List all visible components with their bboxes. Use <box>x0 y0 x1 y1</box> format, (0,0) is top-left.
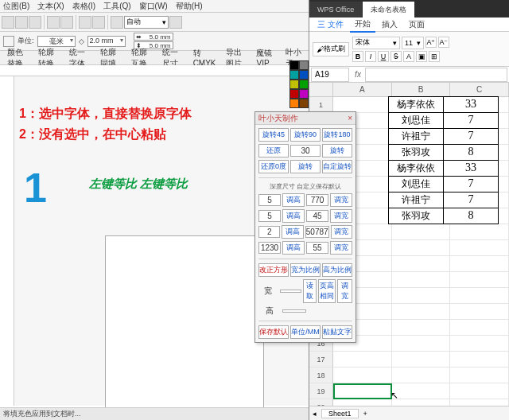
underline-icon[interactable]: U <box>378 51 389 62</box>
w-ratio-button[interactable]: 宽为比例 <box>290 263 321 277</box>
add-sheet-icon[interactable]: + <box>363 410 367 418</box>
swatch-orange[interactable] <box>289 99 299 108</box>
swatch-blue[interactable] <box>299 70 309 80</box>
app-tab-doc[interactable]: 未命名表格 <box>363 2 414 18</box>
change-dir-button[interactable]: 改正方形 <box>258 263 289 277</box>
rotate-button[interactable]: 旋转 <box>322 144 352 158</box>
val-3a[interactable]: 2 <box>258 226 280 238</box>
data-name-cell[interactable]: 张羽攻 <box>388 208 444 224</box>
unit-mm-button[interactable]: 单位/MM <box>290 325 321 339</box>
sheet-nav-prev-icon[interactable]: ◂ <box>313 410 317 418</box>
cell[interactable] <box>333 352 392 368</box>
tool-dialog[interactable]: 叶小天制作 × 旋转45 旋转90 旋转180 还原 30 旋转 还原0度 旋转… <box>254 111 356 343</box>
cell[interactable] <box>392 336 451 352</box>
paste-icon[interactable] <box>60 16 73 29</box>
cell[interactable] <box>392 272 451 288</box>
format-painter-button[interactable]: 🖌格式刷 <box>313 42 349 56</box>
cell[interactable] <box>450 383 509 399</box>
adjw-button-5[interactable]: 调宽 <box>337 279 352 303</box>
adj-h-button-3[interactable]: 调高 <box>282 225 303 239</box>
data-name-cell[interactable]: 杨李依依 <box>388 96 444 113</box>
cell[interactable] <box>450 320 509 336</box>
restore-button[interactable]: 还原 <box>258 144 289 158</box>
cell[interactable] <box>450 368 509 383</box>
cell[interactable] <box>450 240 509 256</box>
val-1b[interactable]: 770 <box>306 194 328 206</box>
adj-w-button-3[interactable]: 调宽 <box>331 225 352 239</box>
sheet-tab-1[interactable]: Sheet1 <box>321 409 359 418</box>
swatch-yellow[interactable] <box>289 80 299 89</box>
restore-0-button[interactable]: 还原0度 <box>258 160 289 173</box>
italic-icon[interactable]: I <box>365 51 376 62</box>
data-value-cell[interactable]: 8 <box>443 208 499 224</box>
col-header-b[interactable]: B <box>392 83 451 96</box>
cell[interactable] <box>450 272 509 288</box>
font-color-icon[interactable]: A <box>403 51 414 62</box>
row-header[interactable]: 18 <box>309 368 333 383</box>
menu-window[interactable]: 窗口(W) <box>139 1 168 12</box>
ribbon-insert[interactable]: 插入 <box>377 18 402 32</box>
cell[interactable] <box>392 288 451 304</box>
val-2a[interactable]: 5 <box>258 210 281 222</box>
row-header[interactable]: 17 <box>309 352 333 368</box>
val-3b[interactable]: 50787 <box>305 226 329 238</box>
dialog-titlebar[interactable]: 叶小天制作 × <box>255 112 356 125</box>
swatch-brown[interactable] <box>299 99 309 108</box>
cell[interactable] <box>450 288 509 304</box>
data-value-cell[interactable]: 7 <box>443 112 499 129</box>
h-input[interactable] <box>282 309 306 313</box>
val-1a[interactable]: 5 <box>258 194 281 206</box>
redo-icon[interactable] <box>92 16 105 29</box>
name-box[interactable]: A19 <box>311 68 349 82</box>
save-default-button[interactable]: 保存默认 <box>258 325 289 339</box>
data-name-cell[interactable]: 许祖宁 <box>388 192 444 208</box>
row-header[interactable]: 19 <box>309 383 333 399</box>
cell[interactable] <box>333 97 392 113</box>
menu-text[interactable]: 文本(X) <box>37 1 64 12</box>
cell[interactable] <box>392 256 451 272</box>
swatch-green[interactable] <box>299 80 309 89</box>
menu-help[interactable]: 帮助(H) <box>176 1 203 12</box>
adj-h-button[interactable]: 调高 <box>282 193 305 207</box>
adj-h-button-4[interactable]: 调高 <box>282 241 305 255</box>
rotate-45-button[interactable]: 旋转45 <box>258 128 289 142</box>
increase-font-icon[interactable]: A⁺ <box>425 37 437 48</box>
cell[interactable] <box>392 240 451 256</box>
page-icon[interactable] <box>3 36 14 47</box>
cell[interactable] <box>450 224 509 240</box>
swatch-black[interactable] <box>289 60 299 70</box>
val-2b[interactable]: 45 <box>306 210 328 222</box>
menu-table[interactable]: 表格(I) <box>72 1 95 12</box>
data-value-cell[interactable]: 8 <box>443 144 499 161</box>
data-name-cell[interactable]: 刘思佳 <box>388 176 444 192</box>
auto-rotate-button[interactable]: 自定旋转 <box>322 160 352 173</box>
cell[interactable] <box>392 383 451 399</box>
col-header-a[interactable]: A <box>333 83 392 96</box>
swatch-magenta[interactable] <box>299 89 309 99</box>
cell[interactable] <box>450 304 509 320</box>
paste-text-button[interactable]: 粘贴文字 <box>322 325 352 339</box>
rotate-value-input[interactable]: 30 <box>290 145 321 157</box>
cell[interactable] <box>450 352 509 368</box>
read-button[interactable]: 读取 <box>303 279 317 303</box>
cell[interactable] <box>450 256 509 272</box>
formula-input[interactable] <box>365 68 507 82</box>
decrease-font-icon[interactable]: A⁻ <box>438 37 449 48</box>
open-icon[interactable] <box>15 16 28 29</box>
rotate-button-2[interactable]: 旋转 <box>290 160 321 173</box>
font-select[interactable]: 宋体▾ <box>352 37 400 49</box>
data-value-cell[interactable]: 7 <box>443 192 499 208</box>
w-input[interactable] <box>280 290 301 293</box>
page-object[interactable] <box>105 235 264 410</box>
rotate-90-button[interactable]: 旋转90 <box>290 128 321 142</box>
save-icon[interactable] <box>29 16 41 29</box>
ribbon-file[interactable]: 三 文件 <box>313 18 348 32</box>
data-value-cell[interactable]: 33 <box>443 160 499 177</box>
cell[interactable] <box>450 336 509 352</box>
swatch-cyan[interactable] <box>289 70 299 80</box>
fx-icon[interactable]: fx <box>351 70 365 79</box>
menu-tools[interactable]: 工具(Q) <box>103 1 130 12</box>
app-tab-wps[interactable]: WPS Office <box>309 2 362 18</box>
data-name-cell[interactable]: 许祖宁 <box>388 128 444 145</box>
ribbon-home[interactable]: 开始 <box>350 17 375 33</box>
